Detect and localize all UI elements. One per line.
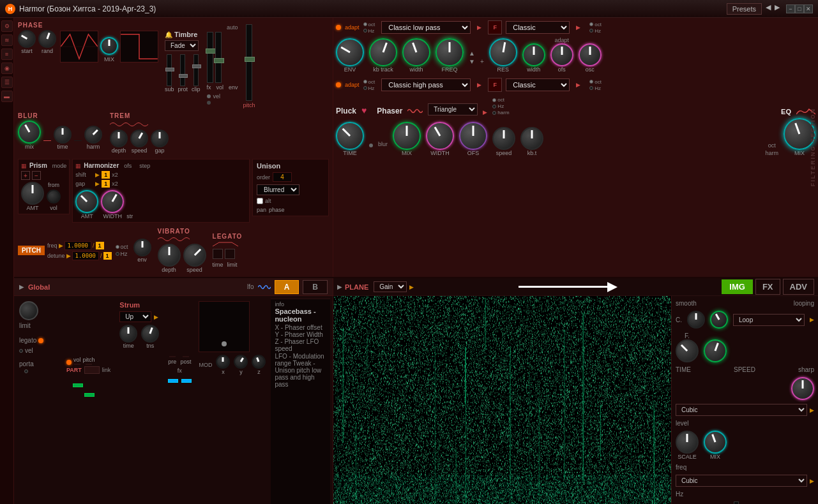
- f1-kbtrack-knob[interactable]: [369, 38, 397, 66]
- f1-env-knob[interactable]: [336, 38, 364, 66]
- sharp-knob[interactable]: [791, 377, 814, 400]
- harm-gap-value[interactable]: 1: [102, 180, 110, 188]
- blurred-select[interactable]: Blurred: [257, 184, 299, 195]
- vol-fader[interactable]: [74, 364, 80, 365]
- phase-rand-knob[interactable]: [38, 30, 56, 48]
- harm-width-knob[interactable]: [101, 190, 124, 213]
- detune-num[interactable]: 1: [103, 252, 112, 260]
- prism-add-btn[interactable]: +: [21, 171, 30, 180]
- pitch-fader[interactable]: [86, 364, 92, 365]
- detune-value[interactable]: 1.0000: [72, 251, 100, 260]
- filter2-type-select[interactable]: Classic high pass: [381, 78, 471, 91]
- triangle-select[interactable]: Triangle: [428, 103, 478, 115]
- pitch-env-knob[interactable]: [133, 239, 151, 256]
- sub-slider[interactable]: [167, 54, 172, 86]
- f2c-oct-radio[interactable]: [589, 80, 593, 84]
- f1-hz-radio[interactable]: [363, 29, 367, 33]
- vibrato-speed-knob[interactable]: [183, 244, 206, 267]
- f1-ofs-knob[interactable]: [550, 43, 573, 66]
- waveform-box-2[interactable]: [120, 31, 158, 63]
- minimize-button[interactable]: −: [786, 4, 795, 13]
- alt-checkbox[interactable]: [257, 198, 263, 204]
- adv-button[interactable]: ADV: [783, 279, 814, 295]
- mix-knob[interactable]: [100, 37, 118, 55]
- a-button[interactable]: A: [275, 280, 299, 294]
- filter1-type-select[interactable]: Classic low pass: [381, 21, 471, 34]
- filter1-classic-select[interactable]: Classic: [506, 21, 570, 34]
- freq-value[interactable]: 1.0000: [64, 241, 92, 250]
- global-expand-arrow[interactable]: ▶: [19, 283, 24, 290]
- legato-checkbox-2[interactable]: [225, 249, 235, 259]
- filter2-led[interactable]: [336, 82, 341, 87]
- blur-time-knob[interactable]: [54, 126, 72, 144]
- sidebar-eye-icon[interactable]: ◉: [1, 63, 13, 74]
- harm-shift-value[interactable]: 1: [102, 171, 110, 179]
- gain-select[interactable]: Gain: [374, 281, 407, 292]
- hz-radio[interactable]: [116, 252, 119, 256]
- f1c-hz-radio[interactable]: [589, 29, 593, 33]
- loop-select[interactable]: Loop: [733, 314, 805, 326]
- prev-preset-icon[interactable]: ◀: [766, 3, 771, 15]
- next-preset-icon[interactable]: ▶: [775, 3, 780, 15]
- mod-z-knob[interactable]: [252, 355, 266, 369]
- prot-slider[interactable]: [180, 54, 185, 86]
- phase-start-knob[interactable]: [18, 30, 36, 48]
- part-toggle[interactable]: [84, 366, 100, 374]
- maximize-button[interactable]: □: [795, 4, 804, 13]
- plus-btn[interactable]: +: [480, 58, 484, 65]
- ph-mix-knob[interactable]: [393, 122, 421, 150]
- f1-freq-knob[interactable]: [436, 38, 464, 66]
- sidebar-logo-icon[interactable]: ⚙: [1, 20, 13, 32]
- env-slider[interactable]: [215, 32, 222, 83]
- pitch-main-slider[interactable]: [246, 24, 252, 101]
- pre-fader[interactable]: [169, 356, 176, 357]
- vel-radio[interactable]: [19, 349, 23, 353]
- mod-y-knob[interactable]: [234, 355, 248, 369]
- ph-width-knob[interactable]: [426, 122, 454, 150]
- strum-tns-knob[interactable]: [141, 325, 159, 343]
- speed-knob-2[interactable]: [704, 339, 727, 362]
- f2-oct-radio[interactable]: [363, 80, 367, 84]
- f1-osc-knob[interactable]: [579, 43, 602, 66]
- sidebar-piano-icon[interactable]: ▬: [1, 91, 13, 102]
- sidebar-eq-icon[interactable]: ≡: [1, 48, 13, 60]
- blur-mix-knob[interactable]: [18, 121, 41, 144]
- f1-oct-radio[interactable]: [363, 22, 367, 26]
- ph-oct-radio[interactable]: [492, 98, 496, 102]
- presets-button[interactable]: Presets: [727, 3, 762, 15]
- main-vol-slider[interactable]: [207, 32, 213, 83]
- ph-hz-radio[interactable]: [492, 105, 496, 108]
- cubic2-select[interactable]: Cubic: [676, 475, 807, 487]
- fade-select[interactable]: Fade: [165, 40, 199, 51]
- spectrogram[interactable]: [333, 296, 671, 504]
- b-button[interactable]: B: [303, 280, 328, 294]
- c-knob2[interactable]: [710, 311, 728, 329]
- img-button[interactable]: IMG: [722, 279, 753, 294]
- close-button[interactable]: ✕: [804, 4, 813, 13]
- blur-harm-knob[interactable]: [84, 126, 102, 144]
- ph-ofs-knob[interactable]: [459, 122, 487, 150]
- legato-checkbox-1[interactable]: [213, 249, 223, 259]
- strum-select[interactable]: Up: [119, 311, 151, 322]
- c-knob[interactable]: [687, 311, 705, 329]
- strum-time-knob[interactable]: [119, 325, 137, 343]
- harm-amt-knob[interactable]: [75, 190, 98, 213]
- mix-vslider[interactable]: [734, 501, 739, 504]
- f1-width-knob[interactable]: [402, 38, 430, 66]
- order-input[interactable]: [273, 172, 292, 182]
- legato-led[interactable]: [38, 338, 43, 343]
- xy-pad[interactable]: [199, 301, 250, 352]
- filter1-led[interactable]: [336, 25, 341, 30]
- trem-speed-knob[interactable]: [130, 130, 148, 147]
- f2-hz-radio[interactable]: [363, 86, 367, 90]
- prism-amt-knob[interactable]: [21, 182, 44, 205]
- ph-kbt-knob[interactable]: [520, 127, 543, 150]
- ph-speed-knob[interactable]: [492, 127, 515, 150]
- fx-button[interactable]: FX: [755, 279, 780, 295]
- filter2-classic-select[interactable]: Classic: [506, 78, 570, 91]
- freq-down-arrow[interactable]: ▼: [469, 58, 475, 65]
- f1c-oct-radio[interactable]: [589, 22, 593, 26]
- post-fader[interactable]: [183, 356, 189, 357]
- sidebar-list-icon[interactable]: ☰: [1, 77, 13, 88]
- cubic-select[interactable]: Cubic: [676, 404, 807, 416]
